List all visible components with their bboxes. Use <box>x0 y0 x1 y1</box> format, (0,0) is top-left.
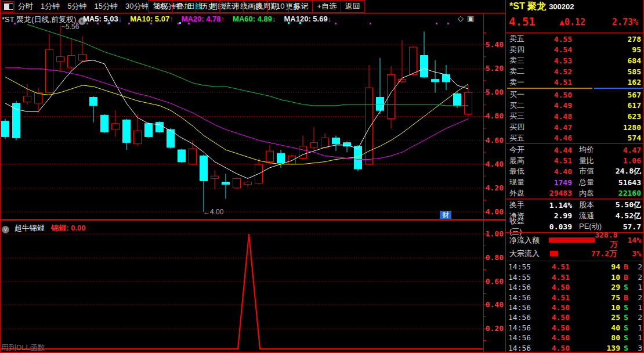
stat-value: 4.44 <box>536 146 572 154</box>
tick-row-6[interactable]: 14:564.5040S1 <box>506 323 644 333</box>
ob-price: 4.48 <box>537 112 572 121</box>
divider <box>506 261 644 261</box>
stat-label: 换手 <box>506 200 536 210</box>
stat-value: 22160 <box>609 189 644 197</box>
buy-row-4[interactable]: 买五4.46574 <box>506 132 644 143</box>
stat-value: 4.52亿 <box>609 211 644 221</box>
tick-count: 2 <box>632 293 644 302</box>
tick-side: B <box>620 262 632 271</box>
menu-button-F10[interactable]: F10 <box>267 0 289 13</box>
tick-side: S <box>620 283 632 291</box>
flow-bar <box>550 251 558 256</box>
top-menu-bar: 分时1分钟5分钟15分钟30分钟60分钟日线周线月线多周期更多 > 复权叠加历史… <box>0 0 505 13</box>
ma-name: MA10: 5.07 <box>130 15 169 23</box>
tick-volume: 80 <box>570 333 620 342</box>
tick-time: 14:56 <box>506 313 537 322</box>
sell-row-2[interactable]: 卖三4.53684 <box>506 55 644 66</box>
menu-button-+自选[interactable]: +自选 <box>312 0 341 13</box>
tick-row-1[interactable]: 14:554.5110B2 <box>506 272 644 282</box>
flow-row-0: 净流入额328.8万14% <box>506 233 644 247</box>
cai-news-badge[interactable]: 财 <box>440 211 451 219</box>
tick-count: 2 <box>632 262 644 271</box>
menu-button-历史[interactable]: 历史 <box>196 0 220 13</box>
menu-button-叠加[interactable]: 叠加 <box>172 0 196 13</box>
low-annotation: ←4.00 <box>203 208 223 216</box>
sub-collapse-chevron-icon[interactable]: ˅ <box>2 226 9 233</box>
stock-code: 300202 <box>549 2 574 11</box>
menu-button-复权[interactable]: 复权 <box>148 0 172 13</box>
stats-row-4: 外盘29483内盘22160 <box>506 188 644 199</box>
menu-button-统计[interactable]: 统计 <box>219 0 244 13</box>
stock-name-row: *ST 聚龙300202 <box>509 1 574 13</box>
ob-volume: 623 <box>572 112 644 121</box>
tab-30分钟[interactable]: 30分钟 <box>125 1 149 12</box>
tdx-stock-window: 分时1分钟5分钟15分钟30分钟60分钟日线周线月线多周期更多 > 复权叠加历史… <box>0 0 644 353</box>
stock-name: *ST 聚龙 <box>509 1 546 11</box>
tick-time: 14:56 <box>506 293 537 302</box>
stat-value: 24.8亿 <box>609 166 644 176</box>
tick-row-7[interactable]: 14:564.5080S1 <box>506 333 644 343</box>
tick-price: 4.51 <box>537 273 570 282</box>
stats-section-2: 换手1.14%股本5.50亿净资2.99流通4.52亿收益(三)0.039PE(… <box>506 200 644 232</box>
tick-row-3[interactable]: 14:564.5175B2 <box>506 292 644 302</box>
tick-row-5[interactable]: 14:564.5025S2 <box>506 312 644 322</box>
tab-1分钟[interactable]: 1分钟 <box>41 1 60 12</box>
window-right-border <box>643 0 643 353</box>
ma-label-MA10: MA10: 5.07↑ <box>130 15 173 23</box>
sell-row-4[interactable]: 卖一4.51162 <box>506 77 644 88</box>
stat-label: 最高 <box>506 156 536 166</box>
money-flow-section: 净流入额328.8万14%大宗流入77.2万3% <box>506 233 644 260</box>
tick-side: S <box>620 333 632 342</box>
tick-side: B <box>620 293 632 302</box>
layout-split-icon[interactable] <box>2 1 15 12</box>
tab-5分钟[interactable]: 5分钟 <box>67 1 86 12</box>
menu-button-画线[interactable]: 画线 <box>243 0 267 13</box>
tick-time: 14:56 <box>506 303 537 312</box>
ob-price: 4.55 <box>537 35 572 44</box>
tick-count: 3 <box>632 344 644 352</box>
price-change-pct: 2.73% <box>612 17 638 27</box>
price-axis-label: 4.20 <box>485 183 504 192</box>
sell-row-1[interactable]: 卖四4.5495 <box>506 45 644 56</box>
ob-volume: 684 <box>572 56 644 65</box>
ob-volume: 95 <box>572 45 644 54</box>
menu-button-返回[interactable]: 返回 <box>341 0 365 13</box>
stat-value: 4.51 <box>536 156 572 165</box>
ob-volume: 278 <box>572 35 644 44</box>
stats-row-2: 最低4.40市值24.8亿 <box>506 166 644 177</box>
price-axis-label: 4.00 <box>485 207 504 216</box>
tick-volume: 25 <box>570 313 620 322</box>
buy-row-0[interactable]: 买一4.50567 <box>506 89 644 100</box>
stat-label: 外盘 <box>506 188 536 199</box>
split-view-icon[interactable]: ▣ <box>467 14 477 23</box>
price-axis-label: 5.00 <box>485 88 504 96</box>
tick-row-0[interactable]: 14:554.5194B2 <box>506 262 644 272</box>
buy-row-1[interactable]: 买二4.49617 <box>506 100 644 111</box>
ma-name: MA20: 4.78 <box>182 15 221 23</box>
ob-label: 买五 <box>506 133 537 143</box>
ma-arrow-icon: ↓ <box>272 15 276 23</box>
ob-label: 买四 <box>506 122 537 132</box>
buy-row-3[interactable]: 买四4.471280 <box>506 122 644 133</box>
ob-price: 4.46 <box>537 134 572 142</box>
sell-queue: 卖五4.55278卖四4.5495卖三4.53684卖二4.52585卖一4.5… <box>506 34 644 88</box>
menu-button-标记[interactable]: 标记 <box>288 0 313 13</box>
diamond-tool-icon[interactable]: ◇ <box>458 14 467 23</box>
ma-name: MA60: 4.89 <box>233 15 272 23</box>
layout-split-icon-right <box>9 3 13 10</box>
sub-axis-label: 0.60 <box>485 277 504 286</box>
stat-label: 现量 <box>506 177 536 188</box>
tick-row-2[interactable]: 14:564.5029S1 <box>506 282 644 292</box>
stat-value: 29483 <box>536 189 572 197</box>
ratio-bar-sell-side <box>594 88 643 89</box>
ob-price: 4.54 <box>537 45 572 54</box>
ob-volume: 162 <box>572 78 644 87</box>
tick-row-4[interactable]: 14:564.5010S1 <box>506 302 644 312</box>
tab-15分钟[interactable]: 15分钟 <box>94 1 117 12</box>
stat-value: 51643 <box>609 178 644 187</box>
tab-分时[interactable]: 分时 <box>18 1 33 12</box>
buy-row-2[interactable]: 买三4.48623 <box>506 111 644 122</box>
sell-row-3[interactable]: 卖二4.52585 <box>506 66 644 77</box>
sell-row-0[interactable]: 卖五4.55278 <box>506 34 644 45</box>
stats-row-1: 最高4.51量比1.06 <box>506 156 644 167</box>
